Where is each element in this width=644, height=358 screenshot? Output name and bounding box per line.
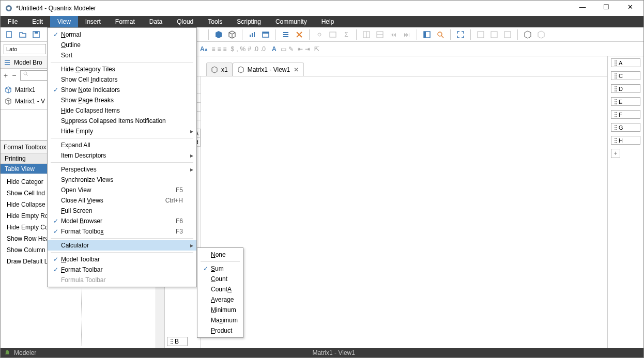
grid1-icon[interactable] (475, 29, 486, 40)
new-icon[interactable] (4, 29, 15, 40)
submenu-item-none[interactable]: None (197, 250, 243, 260)
menu-data[interactable]: Data (142, 16, 170, 27)
menu-item-calculator[interactable]: Calculator▸ (48, 240, 196, 251)
menu-item-hide-category-tiles[interactable]: Hide Category Tiles (48, 64, 196, 74)
chart-icon[interactable] (247, 29, 258, 40)
menu-item-item-descriptors[interactable]: Item Descriptors▸ (48, 150, 196, 161)
minimize-button[interactable]: — (575, 3, 590, 13)
align-center-icon[interactable]: ≡ (217, 45, 221, 53)
cube-outline-icon[interactable] (226, 29, 238, 40)
menu-item-show-page-breaks[interactable]: Show Page Breaks (48, 95, 196, 105)
submenu-item-average[interactable]: Average (197, 294, 243, 305)
outdent-icon[interactable]: ⇱ (314, 45, 319, 53)
menu-help[interactable]: Help (314, 16, 342, 27)
image-icon[interactable] (327, 29, 339, 40)
link-icon[interactable] (314, 29, 325, 40)
panel1-icon[interactable] (361, 29, 372, 40)
menu-view[interactable]: View (50, 16, 78, 27)
minus-icon[interactable]: − (12, 71, 16, 80)
grid3-icon[interactable] (502, 29, 513, 40)
menu-item-normal[interactable]: ✓Normal (48, 29, 196, 40)
category-tile[interactable]: E (611, 97, 640, 106)
dec-inc-icon[interactable]: .0 (253, 45, 258, 53)
menu-item-synchronize-views[interactable]: Synchronize Views (48, 175, 196, 185)
menu-tools[interactable]: Tools (201, 16, 229, 27)
layout-icon[interactable] (421, 29, 433, 40)
font-size-icon[interactable]: AA (200, 45, 207, 53)
menu-item-show-note-indicators[interactable]: ✓Show Note Indicators (48, 85, 196, 95)
menu-item-expand-all[interactable]: Expand All (48, 140, 196, 150)
menu-item-sort[interactable]: Sort (48, 50, 196, 60)
menu-file[interactable]: File (1, 16, 25, 27)
menu-scripting[interactable]: Scripting (229, 16, 268, 27)
menu-item-model-toolbar[interactable]: ✓Model Toolbar (48, 254, 196, 264)
indent-dec-icon[interactable]: ⇤ (298, 45, 303, 53)
font-color-icon[interactable]: A (272, 45, 277, 53)
tools-icon[interactable] (294, 29, 305, 40)
menu-community[interactable]: Community (268, 16, 314, 27)
dec-dec-icon[interactable]: .0 (260, 45, 266, 53)
border-icon[interactable]: ▭ (281, 45, 286, 53)
panel2-icon[interactable] (374, 29, 386, 40)
menu-item-close-all-views[interactable]: Close All ViewsCtrl+H (48, 195, 196, 206)
category-tile[interactable]: D (611, 84, 640, 93)
align-left-icon[interactable]: ≡ (211, 45, 215, 53)
submenu-item-product[interactable]: Product (197, 325, 243, 336)
skip-back-icon[interactable]: ⏮ (388, 29, 399, 40)
submenu-item-sum[interactable]: ✓Sum (197, 263, 243, 274)
menu-item-hide-collapsed-items[interactable]: Hide Collapsed Items (48, 105, 196, 116)
open-icon[interactable] (17, 29, 28, 40)
indent-inc-icon[interactable]: ⇥ (305, 45, 310, 53)
hash-icon[interactable]: # (248, 45, 251, 53)
list-icon[interactable] (280, 29, 292, 40)
menu-item-hide-empty[interactable]: Hide Empty▸ (48, 126, 196, 136)
submenu-item-minimum[interactable]: Minimum (197, 305, 243, 315)
close-icon[interactable]: ✕ (293, 66, 299, 73)
font-name-input[interactable] (4, 44, 46, 54)
grid2-icon[interactable] (488, 29, 500, 40)
comma-icon[interactable]: , (236, 45, 238, 53)
menu-item-outline[interactable]: Outline (48, 40, 196, 50)
pen-icon[interactable]: ✎ (288, 45, 294, 53)
zoom-icon[interactable] (435, 29, 446, 40)
add-category-button[interactable]: + (611, 149, 620, 158)
menu-item-format-toolbox[interactable]: ✓Format ToolboxF3 (48, 226, 196, 237)
editor-tab[interactable]: x1 (206, 63, 233, 76)
align-right-icon[interactable]: ≡ (223, 45, 226, 53)
category-tile[interactable]: F (611, 110, 640, 119)
menu-insert[interactable]: Insert (78, 16, 108, 27)
bell-icon[interactable] (4, 349, 11, 356)
cube3-icon[interactable] (535, 29, 547, 40)
save-icon[interactable] (30, 29, 42, 40)
menu-item-perspectives[interactable]: Perspectives▸ (48, 164, 196, 175)
submenu-item-counta[interactable]: CountA (197, 284, 243, 294)
cube-solid-icon[interactable] (213, 29, 224, 40)
menu-item-format-toolbar[interactable]: ✓Format Toolbar (48, 264, 196, 275)
currency-icon[interactable]: $ (231, 45, 235, 53)
percent-icon[interactable]: % (240, 45, 246, 53)
menu-qloud[interactable]: Qloud (170, 16, 201, 27)
maximize-button[interactable]: ☐ (599, 3, 614, 13)
plus-icon[interactable]: + (4, 71, 8, 80)
editor-tab[interactable]: Matrix1 - View1✕ (233, 63, 304, 76)
submenu-item-count[interactable]: Count (197, 274, 243, 284)
cube2-icon[interactable] (522, 29, 533, 40)
category-tile[interactable]: G (611, 123, 640, 132)
menu-item-suppress-collapsed-items-notification[interactable]: Suppress Collapsed Items Notification (48, 116, 196, 126)
skip-fwd-icon[interactable]: ⏭ (401, 29, 412, 40)
canvas-icon[interactable] (260, 29, 271, 40)
sigma-icon[interactable]: Σ (341, 29, 352, 40)
submenu-item-maximum[interactable]: Maximum (197, 315, 243, 325)
menu-item-show-cell-indicators[interactable]: Show Cell Indicators (48, 74, 196, 85)
menu-item-model-browser[interactable]: ✓Model BrowserF6 (48, 216, 196, 226)
category-tile[interactable]: H (611, 136, 640, 145)
category-tile-bottom[interactable]: B (167, 337, 188, 346)
menu-item-full-screen[interactable]: Full Screen (48, 206, 196, 216)
menu-item-open-view[interactable]: Open ViewF5 (48, 185, 196, 195)
menu-format[interactable]: Format (108, 16, 142, 27)
category-tile[interactable]: A (611, 58, 640, 67)
expand-icon[interactable] (455, 29, 466, 40)
menu-edit[interactable]: Edit (25, 16, 50, 27)
close-button[interactable]: ✕ (623, 3, 637, 13)
category-tile[interactable]: C (611, 71, 640, 80)
